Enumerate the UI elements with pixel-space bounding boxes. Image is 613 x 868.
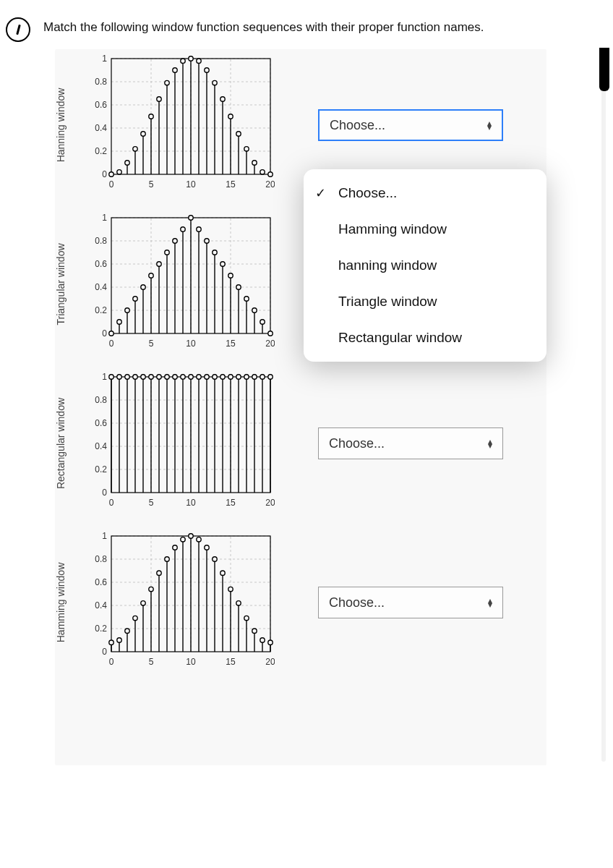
svg-point-222 [197, 537, 201, 542]
svg-point-74 [109, 331, 113, 336]
svg-point-76 [117, 320, 121, 324]
svg-point-27 [173, 68, 177, 72]
svg-point-102 [220, 262, 225, 266]
svg-text:10: 10 [186, 498, 196, 508]
svg-text:0.8: 0.8 [95, 554, 107, 564]
svg-point-41 [228, 114, 233, 119]
svg-point-108 [244, 297, 249, 301]
svg-point-226 [213, 557, 217, 561]
svg-point-210 [149, 587, 153, 591]
updown-icon: ▴▾ [488, 598, 492, 607]
check-icon: ✓ [315, 185, 326, 201]
svg-point-114 [268, 331, 273, 336]
svg-point-236 [252, 629, 257, 633]
svg-text:0.8: 0.8 [95, 236, 107, 246]
svg-text:0: 0 [109, 339, 114, 349]
select-value: Choose... [330, 118, 385, 133]
svg-point-31 [189, 56, 193, 61]
dropdown-option-label: Rectangular window [338, 330, 462, 346]
svg-point-35 [205, 68, 209, 72]
svg-text:20: 20 [265, 498, 275, 508]
svg-point-19 [141, 132, 145, 136]
svg-text:1: 1 [102, 372, 107, 382]
chart-ylabel: Hamming window [55, 563, 67, 642]
svg-text:0.8: 0.8 [95, 395, 107, 405]
svg-text:0: 0 [109, 657, 114, 667]
chart-ylabel: Triangular window [55, 243, 67, 325]
svg-point-147 [149, 375, 153, 379]
svg-point-169 [236, 375, 241, 379]
chart-ylabel: Hanning window [55, 88, 67, 163]
svg-text:1: 1 [102, 54, 107, 64]
svg-text:0.4: 0.4 [95, 600, 107, 610]
svg-point-106 [236, 285, 241, 289]
svg-point-100 [213, 250, 217, 255]
svg-text:10: 10 [186, 179, 196, 190]
svg-point-39 [220, 97, 225, 101]
dropdown-option-hamming[interactable]: Hamming window [304, 211, 546, 247]
match-row-3: Rectangular window 00.20.40.60.810510152… [72, 367, 613, 519]
svg-text:15: 15 [226, 179, 236, 190]
updown-icon: ▴▾ [488, 439, 492, 448]
svg-point-230 [228, 587, 233, 591]
svg-text:20: 20 [265, 179, 275, 190]
svg-point-23 [157, 97, 161, 101]
select-window-1[interactable]: Choose... ▴▾ [318, 109, 503, 141]
svg-text:0.4: 0.4 [95, 123, 107, 133]
svg-text:5: 5 [149, 179, 154, 190]
svg-point-171 [244, 375, 249, 379]
select-window-4[interactable]: Choose... ▴▾ [318, 587, 503, 618]
svg-text:5: 5 [149, 498, 154, 508]
svg-point-157 [189, 375, 193, 379]
dropdown-option-choose[interactable]: ✓ Choose... [304, 175, 546, 211]
svg-point-155 [181, 375, 185, 379]
svg-point-202 [117, 638, 121, 642]
svg-text:0: 0 [102, 488, 107, 498]
dropdown-option-triangle[interactable]: Triangle window [304, 284, 546, 320]
svg-point-167 [228, 375, 233, 379]
select-window-3[interactable]: Choose... ▴▾ [318, 427, 503, 459]
svg-point-84 [149, 273, 153, 278]
svg-point-200 [109, 640, 113, 644]
svg-point-15 [125, 161, 129, 165]
svg-point-220 [189, 534, 193, 538]
svg-text:15: 15 [226, 498, 236, 508]
svg-text:10: 10 [186, 657, 196, 667]
svg-point-88 [165, 250, 169, 255]
svg-point-98 [205, 239, 209, 243]
svg-point-216 [173, 545, 177, 550]
svg-point-33 [197, 59, 201, 63]
svg-point-232 [236, 601, 241, 605]
svg-text:0.6: 0.6 [95, 577, 107, 587]
svg-text:0.6: 0.6 [95, 259, 107, 269]
svg-point-94 [189, 216, 193, 220]
dropdown-option-label: hanning window [338, 258, 437, 273]
svg-point-17 [133, 147, 137, 151]
chart-ylabel: Rectangular window [55, 398, 67, 489]
svg-text:0: 0 [102, 169, 107, 179]
svg-text:0.2: 0.2 [95, 305, 107, 315]
svg-point-165 [220, 375, 225, 379]
svg-point-90 [173, 239, 177, 243]
svg-point-175 [260, 375, 265, 379]
svg-text:0: 0 [109, 179, 114, 190]
svg-text:10: 10 [186, 339, 196, 349]
svg-point-204 [125, 629, 129, 633]
svg-text:0.2: 0.2 [95, 624, 107, 634]
dropdown-option-rectangular[interactable]: Rectangular window [304, 320, 546, 356]
svg-text:15: 15 [226, 339, 236, 349]
svg-point-145 [141, 375, 145, 379]
svg-point-92 [181, 227, 185, 231]
dropdown-option-hanning[interactable]: hanning window [304, 247, 546, 284]
svg-point-141 [125, 375, 129, 379]
svg-point-110 [252, 308, 257, 312]
dropdown-option-label: Triangle window [338, 294, 437, 310]
svg-point-86 [157, 262, 161, 266]
dropdown-option-label: Choose... [338, 185, 397, 201]
chart-rectangular: Rectangular window 00.20.40.60.810510152… [72, 367, 289, 519]
svg-text:1: 1 [102, 213, 107, 223]
svg-text:1: 1 [102, 531, 107, 541]
svg-point-240 [268, 640, 273, 644]
chart-hamming: Hamming window 00.20.40.60.8105101520 [72, 527, 289, 678]
chart-svg: 00.20.40.60.8105101520 [87, 371, 275, 509]
